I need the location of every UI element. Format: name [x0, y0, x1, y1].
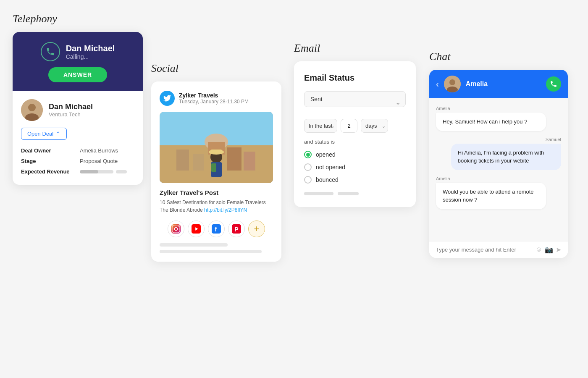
and-status-label: and status is	[304, 139, 406, 145]
msg-sender-2: Samuel	[546, 137, 561, 142]
chat-input-row: ☺ 📷 ➤	[429, 241, 568, 258]
contact-row: Dan Michael Ventura Tech	[21, 99, 134, 121]
social-title: Social	[151, 62, 281, 75]
post-link[interactable]: http://bit.ly/2P8flYN	[204, 207, 247, 213]
chat-contact-name: Amelia	[466, 80, 541, 88]
caller-name: Dan Michael	[66, 44, 115, 53]
send-icon[interactable]: ➤	[556, 246, 561, 254]
youtube-button[interactable]	[188, 220, 205, 237]
post-title: Zylker Travel's Post	[160, 189, 273, 196]
svg-point-27	[449, 79, 455, 85]
radio-circle-not-opened	[304, 163, 312, 171]
social-post-date: Tuesday, January 28-11.30 PM	[179, 99, 249, 105]
chat-input-icons: ☺ 📷 ➤	[536, 246, 561, 254]
contact-name: Dan Michael	[49, 102, 93, 111]
email-card: Email Status Sent Draft Scheduled ⌄ In t…	[294, 61, 416, 207]
chat-card: ‹ Amelia Amelia Hey, Samuel! How can i h…	[429, 70, 568, 258]
stage-label: Stage	[21, 158, 80, 164]
msg-bubble-3: Would you be able to attend a remote ses…	[436, 183, 546, 209]
svg-point-18	[178, 226, 178, 227]
social-bottom-bars	[160, 243, 273, 253]
attachment-icon[interactable]: 📷	[545, 246, 553, 254]
chat-phone-button[interactable]	[546, 76, 561, 92]
radio-bounced[interactable]: bounced	[304, 176, 406, 184]
revenue-label: Expected Revenue	[21, 168, 80, 175]
telephony-card: Dan Michael Calling... ANSWER Dan Mic	[13, 32, 143, 185]
message-group-3: Amelia Would you be able to attend a rem…	[436, 176, 561, 209]
chat-title: Chat	[429, 50, 568, 63]
contact-company: Ventura Tech	[49, 111, 93, 118]
instagram-button[interactable]	[168, 220, 184, 237]
emoji-icon[interactable]: ☺	[536, 246, 542, 254]
contact-avatar	[21, 99, 43, 121]
caller-status: Calling...	[66, 53, 115, 60]
open-deal-label: Open Deal	[27, 131, 53, 137]
status-select[interactable]: Sent Draft Scheduled	[304, 91, 406, 107]
deal-owner-row: Deal Owner Amelia Burrows	[21, 147, 134, 154]
phone-icon-circle	[41, 42, 60, 61]
telephony-body: Dan Michael Ventura Tech Open Deal ⌃ Dea…	[13, 91, 143, 185]
msg-bubble-2: Hi Amelia, I'm facing a problem with boo…	[451, 144, 561, 170]
svg-point-1	[28, 104, 36, 111]
social-post-image	[160, 112, 273, 183]
social-account-name: Zylker Travels	[179, 92, 249, 99]
filter-unit-select[interactable]: days weeks months	[361, 119, 388, 133]
facebook-button[interactable]: f	[208, 220, 225, 237]
radio-label-not-opened: not opened	[316, 164, 345, 171]
chat-avatar	[444, 76, 461, 92]
msg-bubble-1: Hey, Samuel! How can i help you ?	[436, 113, 546, 131]
revenue-bar	[80, 170, 127, 173]
email-section: Email Email Status Sent Draft Scheduled …	[294, 42, 416, 207]
radio-not-opened[interactable]: not opened	[304, 163, 406, 171]
radio-label-bounced: bounced	[316, 176, 339, 183]
radio-circle-opened	[304, 151, 312, 158]
add-social-button[interactable]: +	[248, 220, 265, 237]
radio-dot-opened	[306, 153, 310, 157]
deal-details: Deal Owner Amelia Burrows Stage Proposal…	[21, 147, 134, 175]
telephony-header: Dan Michael Calling... ANSWER	[13, 32, 143, 91]
stage-value: Proposal Quote	[80, 158, 118, 164]
msg-sender-3: Amelia	[436, 176, 561, 181]
stage-row: Stage Proposal Quote	[21, 158, 134, 164]
social-section: Social Zylker Travels Tuesday, January 2…	[151, 62, 281, 262]
email-filter-row: In the last ⌄ days weeks months ⌄	[304, 119, 406, 133]
social-icons-row: f P +	[160, 220, 273, 237]
svg-text:P: P	[234, 226, 238, 233]
chat-header: ‹ Amelia	[429, 70, 568, 98]
email-title: Email	[294, 42, 416, 55]
svg-rect-9	[227, 147, 242, 171]
filter-period-select[interactable]: In the last	[304, 119, 337, 133]
radio-circle-bounced	[304, 176, 312, 184]
telephony-title: Telephony	[13, 13, 143, 25]
svg-text:f: f	[215, 226, 217, 233]
svg-rect-10	[244, 152, 255, 171]
message-group-1: Amelia Hey, Samuel! How can i help you ?	[436, 106, 561, 131]
social-card: Zylker Travels Tuesday, January 28-11.30…	[151, 81, 281, 262]
filter-number-input[interactable]	[341, 119, 357, 133]
message-group-2: Samuel Hi Amelia, I'm facing a problem w…	[436, 137, 561, 170]
open-deal-button[interactable]: Open Deal ⌃	[21, 128, 67, 140]
svg-rect-7	[176, 150, 189, 171]
svg-rect-15	[211, 163, 216, 172]
svg-rect-14	[210, 150, 223, 154]
chat-message-input[interactable]	[436, 247, 532, 253]
email-bottom-bars	[304, 192, 406, 195]
pinterest-button[interactable]: P	[228, 220, 245, 237]
social-header: Zylker Travels Tuesday, January 28-11.30…	[160, 91, 273, 106]
answer-button[interactable]: ANSWER	[48, 67, 107, 82]
radio-opened[interactable]: opened	[304, 151, 406, 158]
deal-owner-value: Amelia Burrows	[80, 147, 118, 154]
email-card-title: Email Status	[304, 73, 406, 83]
chat-body: Amelia Hey, Samuel! How can i help you ?…	[429, 98, 568, 241]
revenue-row: Expected Revenue	[21, 168, 134, 175]
twitter-icon	[160, 91, 175, 106]
svg-rect-8	[193, 154, 204, 171]
post-desc: 10 Safest Destination for solo Female Tr…	[160, 199, 273, 214]
radio-group: opened not opened bounced	[304, 151, 406, 184]
chat-back-button[interactable]: ‹	[436, 79, 439, 89]
deal-owner-label: Deal Owner	[21, 147, 80, 154]
chevron-up-icon: ⌃	[56, 131, 60, 137]
radio-label-opened: opened	[316, 151, 336, 158]
msg-sender-1: Amelia	[436, 106, 561, 111]
chat-section: Chat ‹ Amelia Amelia H	[429, 50, 568, 258]
